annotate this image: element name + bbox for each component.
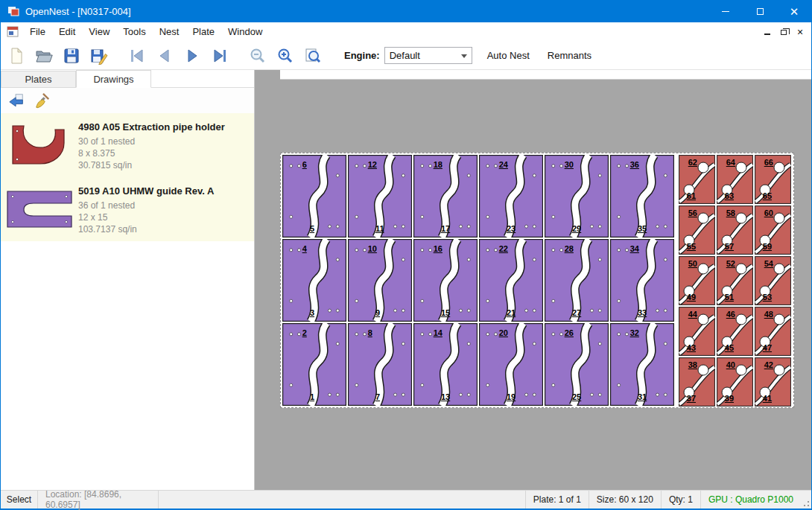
purple-part-pair[interactable]: 3029 <box>545 155 609 238</box>
red-part-pair[interactable]: 5049 <box>679 256 715 305</box>
drawing-item-uhmw-guide[interactable]: 5019 A10 UHMW guide Rev. A 36 of 1 neste… <box>1 177 254 241</box>
menu-view[interactable]: View <box>82 22 116 42</box>
red-part-pair[interactable]: 6059 <box>755 205 791 255</box>
red-part-pair[interactable]: 4039 <box>717 357 753 407</box>
drawing-size: 12 x 15 <box>78 211 214 223</box>
red-part-pair[interactable]: 5251 <box>717 256 753 305</box>
nav-next-icon <box>183 47 201 65</box>
part-number: 56 <box>688 208 697 217</box>
menu-nest[interactable]: Nest <box>153 22 186 42</box>
red-part-pair[interactable]: 6463 <box>717 155 753 204</box>
menu-tools[interactable]: Tools <box>116 22 152 42</box>
purple-part-pair[interactable]: 2625 <box>545 323 609 406</box>
part-number: 33 <box>638 308 647 317</box>
part-number: 44 <box>688 310 697 319</box>
part-number: 9 <box>375 308 380 317</box>
menu-plate[interactable]: Plate <box>185 22 221 42</box>
part-number: 64 <box>726 158 735 167</box>
plate-size-indicator: Size: 60 x 120 <box>589 491 662 509</box>
part-number: 66 <box>764 158 773 167</box>
purple-part-pair[interactable]: 3433 <box>610 239 674 322</box>
plate[interactable]: 6512111817242330293635431091615222128273… <box>280 153 794 408</box>
red-part-pair[interactable]: 4645 <box>717 307 753 356</box>
part-number: 1 <box>310 392 314 401</box>
nav-next-button[interactable] <box>180 44 204 68</box>
part-number: 24 <box>499 160 508 169</box>
part-number: 60 <box>764 208 773 217</box>
part-number: 28 <box>565 244 574 253</box>
purple-part-pair[interactable]: 2827 <box>545 239 609 322</box>
canvas-top-strip <box>280 70 811 80</box>
mdi-minimize-button[interactable] <box>759 25 775 39</box>
tab-drawings[interactable]: Drawings <box>76 70 151 88</box>
remnants-button[interactable]: Remnants <box>539 42 600 69</box>
engine-select[interactable]: Default <box>384 47 472 64</box>
part-number: 51 <box>725 293 734 302</box>
mdi-close-button[interactable]: × <box>792 25 808 39</box>
purple-part-pair[interactable]: 65 <box>282 155 346 238</box>
send-to-plate-button[interactable] <box>6 91 27 111</box>
clear-button[interactable] <box>32 91 53 111</box>
tab-plates[interactable]: Plates <box>1 71 76 88</box>
nest-canvas[interactable]: 6512111817242330293635431091615222128273… <box>255 70 811 490</box>
broom-icon <box>34 92 51 109</box>
part-number: 17 <box>441 224 450 233</box>
red-part-pair[interactable]: 6665 <box>755 155 791 204</box>
maximize-button[interactable] <box>743 0 777 22</box>
auto-nest-button[interactable]: Auto Nest <box>478 42 539 69</box>
save-icon <box>63 47 80 65</box>
nav-prev-button[interactable] <box>153 44 177 68</box>
zoom-out-button[interactable] <box>246 44 270 68</box>
part-number: 40 <box>726 360 735 369</box>
zoom-in-button[interactable] <box>273 44 297 68</box>
red-part-pair[interactable]: 4847 <box>755 307 791 356</box>
purple-part-pair[interactable]: 21 <box>282 323 346 406</box>
purple-part-pair[interactable]: 87 <box>348 323 412 406</box>
minimize-button[interactable] <box>708 0 743 22</box>
drawing-item-extraction-pipe-holder[interactable]: 4980 A05 Extraction pipe holder 30 of 1 … <box>1 113 254 177</box>
purple-part-pair[interactable]: 2221 <box>479 239 543 322</box>
red-part-pair[interactable]: 6261 <box>679 155 715 204</box>
drawing-title: 5019 A10 UHMW guide Rev. A <box>78 185 214 197</box>
purple-part-pair[interactable]: 109 <box>348 239 412 322</box>
save-button[interactable] <box>60 44 83 68</box>
close-button[interactable]: ✕ <box>777 0 811 22</box>
purple-part-pair[interactable]: 1817 <box>413 155 478 238</box>
save-as-button[interactable] <box>87 44 111 68</box>
purple-part-pair[interactable]: 43 <box>282 239 346 322</box>
red-part-pair[interactable]: 3837 <box>679 357 715 407</box>
new-button[interactable] <box>4 44 28 68</box>
part-number: 58 <box>726 208 735 217</box>
purple-part-pair[interactable]: 1211 <box>348 155 412 238</box>
menu-edit[interactable]: Edit <box>52 22 82 42</box>
part-number: 3 <box>310 308 314 317</box>
red-part-pair[interactable]: 5655 <box>679 205 715 255</box>
main-toolbar: Engine: Default Auto Nest Remnants <box>1 42 811 70</box>
purple-part-pair[interactable]: 1413 <box>413 323 478 406</box>
part-number: 57 <box>725 242 734 251</box>
red-part-pair[interactable]: 4241 <box>755 357 791 407</box>
statusbar-spacer <box>159 491 526 509</box>
open-button[interactable] <box>32 44 56 68</box>
menu-window[interactable]: Window <box>221 22 269 42</box>
part-number: 41 <box>763 394 772 403</box>
menu-file[interactable]: File <box>23 22 52 42</box>
nav-last-button[interactable] <box>208 44 232 68</box>
purple-part-pair[interactable]: 3635 <box>610 155 674 238</box>
purple-part-pair[interactable]: 1615 <box>413 239 478 322</box>
resize-grip-icon[interactable] <box>801 491 811 509</box>
part-number: 63 <box>725 191 734 200</box>
purple-part-pair[interactable]: 2019 <box>479 323 543 406</box>
zoom-fit-button[interactable] <box>301 44 325 68</box>
combo-dropdown-icon <box>461 54 467 58</box>
back-arrow-icon <box>8 92 25 109</box>
purple-part-pair[interactable]: 2423 <box>479 155 543 238</box>
red-part-pair[interactable]: 5453 <box>755 256 791 305</box>
part-number: 48 <box>764 310 773 319</box>
mdi-restore-button[interactable] <box>775 25 792 39</box>
nav-first-button[interactable] <box>125 44 149 68</box>
red-part-pair[interactable]: 4443 <box>679 307 715 356</box>
purple-part-pair[interactable]: 3231 <box>610 323 674 406</box>
app-window: OpenNest - [N0317-004] ✕ File Edit View … <box>0 0 812 510</box>
red-part-pair[interactable]: 5857 <box>717 205 753 255</box>
